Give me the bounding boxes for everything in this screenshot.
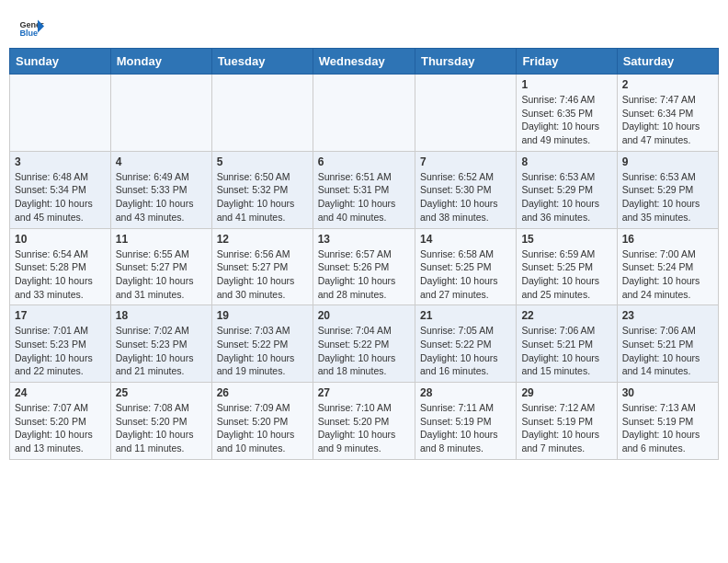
day-number: 20	[318, 309, 410, 322]
weekday-header: Monday	[110, 49, 211, 75]
day-number: 24	[15, 386, 106, 399]
weekday-header-row: SundayMondayTuesdayWednesdayThursdayFrid…	[10, 49, 719, 75]
day-number: 16	[622, 233, 713, 246]
day-info: Sunrise: 6:52 AM Sunset: 5:30 PM Dayligh…	[420, 170, 511, 224]
logo-icon: General Blue	[18, 15, 44, 40]
calendar-cell: 15Sunrise: 6:59 AM Sunset: 5:25 PM Dayli…	[517, 228, 617, 305]
day-info: Sunrise: 7:08 AM Sunset: 5:20 PM Dayligh…	[116, 401, 207, 455]
day-number: 8	[521, 155, 611, 168]
day-info: Sunrise: 6:57 AM Sunset: 5:26 PM Dayligh…	[318, 247, 410, 302]
day-number: 6	[318, 155, 410, 168]
calendar-cell: 17Sunrise: 7:01 AM Sunset: 5:23 PM Dayli…	[10, 305, 111, 383]
weekday-header: Saturday	[617, 49, 718, 75]
day-number: 7	[420, 155, 511, 168]
day-number: 30	[622, 386, 713, 399]
day-info: Sunrise: 6:59 AM Sunset: 5:25 PM Dayligh…	[521, 247, 611, 302]
calendar-cell: 3Sunrise: 6:48 AM Sunset: 5:34 PM Daylig…	[10, 151, 111, 228]
day-number: 13	[318, 233, 410, 246]
calendar-cell: 30Sunrise: 7:13 AM Sunset: 5:19 PM Dayli…	[617, 383, 718, 460]
calendar-row: 10Sunrise: 6:54 AM Sunset: 5:28 PM Dayli…	[10, 228, 719, 305]
day-info: Sunrise: 6:50 AM Sunset: 5:32 PM Dayligh…	[217, 170, 308, 224]
day-number: 23	[622, 309, 713, 322]
day-number: 29	[521, 386, 611, 399]
calendar-cell	[313, 75, 415, 152]
calendar-header: SundayMondayTuesdayWednesdayThursdayFrid…	[10, 49, 719, 75]
calendar-cell	[110, 75, 211, 152]
day-number: 19	[217, 309, 308, 322]
day-info: Sunrise: 7:46 AM Sunset: 6:35 PM Dayligh…	[521, 93, 611, 147]
day-info: Sunrise: 6:55 AM Sunset: 5:27 PM Dayligh…	[116, 247, 207, 302]
day-info: Sunrise: 7:12 AM Sunset: 5:19 PM Dayligh…	[521, 401, 611, 455]
calendar-cell: 11Sunrise: 6:55 AM Sunset: 5:27 PM Dayli…	[110, 228, 211, 305]
calendar-cell: 12Sunrise: 6:56 AM Sunset: 5:27 PM Dayli…	[211, 228, 313, 305]
day-info: Sunrise: 6:49 AM Sunset: 5:33 PM Dayligh…	[116, 170, 207, 224]
day-number: 15	[521, 233, 611, 246]
day-number: 18	[116, 309, 207, 322]
calendar-cell: 20Sunrise: 7:04 AM Sunset: 5:22 PM Dayli…	[313, 305, 415, 383]
day-info: Sunrise: 7:06 AM Sunset: 5:21 PM Dayligh…	[521, 324, 611, 378]
day-info: Sunrise: 7:06 AM Sunset: 5:21 PM Dayligh…	[622, 324, 713, 378]
day-info: Sunrise: 7:13 AM Sunset: 5:19 PM Dayligh…	[622, 401, 713, 455]
day-info: Sunrise: 6:48 AM Sunset: 5:34 PM Dayligh…	[15, 170, 106, 224]
page-header: General Blue	[0, 0, 728, 48]
calendar-cell: 21Sunrise: 7:05 AM Sunset: 5:22 PM Dayli…	[415, 305, 516, 383]
calendar-cell	[415, 75, 516, 152]
day-info: Sunrise: 7:07 AM Sunset: 5:20 PM Dayligh…	[15, 401, 106, 455]
day-info: Sunrise: 6:58 AM Sunset: 5:25 PM Dayligh…	[420, 247, 511, 302]
logo: General Blue	[18, 15, 48, 40]
day-number: 27	[318, 386, 410, 399]
day-info: Sunrise: 7:04 AM Sunset: 5:22 PM Dayligh…	[318, 324, 410, 378]
calendar-cell: 6Sunrise: 6:51 AM Sunset: 5:31 PM Daylig…	[313, 151, 415, 228]
weekday-header: Thursday	[415, 49, 516, 75]
day-number: 25	[116, 386, 207, 399]
calendar-cell: 14Sunrise: 6:58 AM Sunset: 5:25 PM Dayli…	[415, 228, 516, 305]
svg-text:Blue: Blue	[19, 29, 38, 38]
day-info: Sunrise: 7:03 AM Sunset: 5:22 PM Dayligh…	[217, 324, 308, 378]
day-number: 5	[217, 155, 308, 168]
day-number: 14	[420, 233, 511, 246]
day-info: Sunrise: 6:54 AM Sunset: 5:28 PM Dayligh…	[15, 247, 106, 302]
day-number: 12	[217, 233, 308, 246]
calendar-cell: 5Sunrise: 6:50 AM Sunset: 5:32 PM Daylig…	[211, 151, 313, 228]
calendar-cell: 9Sunrise: 6:53 AM Sunset: 5:29 PM Daylig…	[617, 151, 718, 228]
calendar-row: 24Sunrise: 7:07 AM Sunset: 5:20 PM Dayli…	[10, 383, 719, 460]
day-number: 1	[521, 78, 611, 91]
day-number: 9	[622, 155, 713, 168]
calendar-table: SundayMondayTuesdayWednesdayThursdayFrid…	[9, 48, 719, 460]
day-info: Sunrise: 7:00 AM Sunset: 5:24 PM Dayligh…	[622, 247, 713, 302]
day-number: 28	[420, 386, 511, 399]
calendar-cell: 16Sunrise: 7:00 AM Sunset: 5:24 PM Dayli…	[617, 228, 718, 305]
weekday-header: Friday	[517, 49, 617, 75]
calendar-cell: 25Sunrise: 7:08 AM Sunset: 5:20 PM Dayli…	[110, 383, 211, 460]
calendar-cell: 13Sunrise: 6:57 AM Sunset: 5:26 PM Dayli…	[313, 228, 415, 305]
day-number: 2	[622, 78, 713, 91]
weekday-header: Tuesday	[211, 49, 313, 75]
day-number: 10	[15, 233, 106, 246]
calendar-cell: 22Sunrise: 7:06 AM Sunset: 5:21 PM Dayli…	[517, 305, 617, 383]
calendar-cell: 7Sunrise: 6:52 AM Sunset: 5:30 PM Daylig…	[415, 151, 516, 228]
day-number: 22	[521, 309, 611, 322]
calendar-cell: 24Sunrise: 7:07 AM Sunset: 5:20 PM Dayli…	[10, 383, 111, 460]
calendar-row: 3Sunrise: 6:48 AM Sunset: 5:34 PM Daylig…	[10, 151, 719, 228]
day-info: Sunrise: 7:05 AM Sunset: 5:22 PM Dayligh…	[420, 324, 511, 378]
calendar-cell: 29Sunrise: 7:12 AM Sunset: 5:19 PM Dayli…	[517, 383, 617, 460]
day-info: Sunrise: 7:02 AM Sunset: 5:23 PM Dayligh…	[116, 324, 207, 378]
calendar-cell: 8Sunrise: 6:53 AM Sunset: 5:29 PM Daylig…	[517, 151, 617, 228]
day-number: 3	[15, 155, 106, 168]
weekday-header: Sunday	[10, 49, 111, 75]
day-info: Sunrise: 6:56 AM Sunset: 5:27 PM Dayligh…	[217, 247, 308, 302]
calendar-cell: 4Sunrise: 6:49 AM Sunset: 5:33 PM Daylig…	[110, 151, 211, 228]
calendar-row: 1Sunrise: 7:46 AM Sunset: 6:35 PM Daylig…	[10, 75, 719, 152]
day-info: Sunrise: 6:53 AM Sunset: 5:29 PM Dayligh…	[521, 170, 611, 224]
calendar-cell	[211, 75, 313, 152]
day-number: 17	[15, 309, 106, 322]
calendar-cell: 28Sunrise: 7:11 AM Sunset: 5:19 PM Dayli…	[415, 383, 516, 460]
calendar-cell: 2Sunrise: 7:47 AM Sunset: 6:34 PM Daylig…	[617, 75, 718, 152]
day-info: Sunrise: 7:47 AM Sunset: 6:34 PM Dayligh…	[622, 93, 713, 147]
day-number: 21	[420, 309, 511, 322]
calendar-cell: 27Sunrise: 7:10 AM Sunset: 5:20 PM Dayli…	[313, 383, 415, 460]
weekday-header: Wednesday	[313, 49, 415, 75]
day-info: Sunrise: 7:10 AM Sunset: 5:20 PM Dayligh…	[318, 401, 410, 455]
calendar-body: 1Sunrise: 7:46 AM Sunset: 6:35 PM Daylig…	[10, 75, 719, 460]
calendar-cell: 18Sunrise: 7:02 AM Sunset: 5:23 PM Dayli…	[110, 305, 211, 383]
